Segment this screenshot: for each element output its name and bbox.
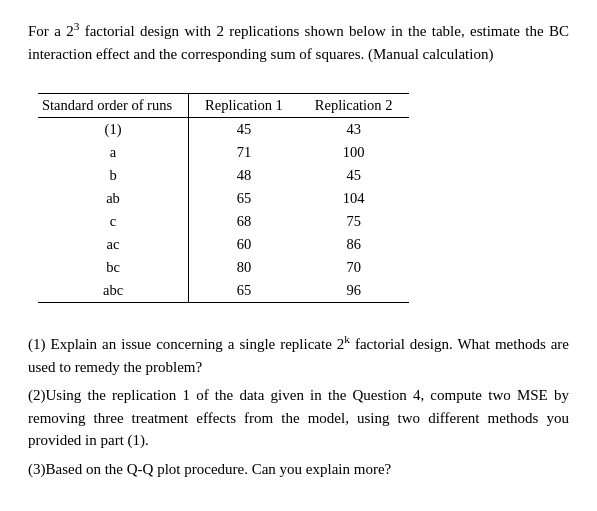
col-header-rep2: Replication 2 (299, 94, 409, 118)
rep2-value: 96 (299, 279, 409, 303)
questions-section: (1) Explain an issue concerning a single… (28, 331, 569, 480)
col-header-rep1: Replication 1 (189, 94, 299, 118)
rep2-value: 70 (299, 256, 409, 279)
q2-number: (2) (28, 387, 46, 403)
run-label: c (38, 210, 189, 233)
rep2-value: 43 (299, 118, 409, 142)
rep1-value: 48 (189, 164, 299, 187)
run-label: a (38, 141, 189, 164)
run-label: ab (38, 187, 189, 210)
run-label: bc (38, 256, 189, 279)
data-table: Standard order of runs Replication 1 Rep… (38, 93, 409, 303)
question-2: (2)Using the replication 1 of the data g… (28, 384, 569, 452)
intro-paragraph: For a 23 factorial design with 2 replica… (28, 18, 569, 65)
rep2-value: 86 (299, 233, 409, 256)
rep1-value: 45 (189, 118, 299, 142)
run-label: b (38, 164, 189, 187)
q3-number: (3) (28, 461, 46, 477)
rep2-value: 100 (299, 141, 409, 164)
rep2-value: 104 (299, 187, 409, 210)
rep1-value: 65 (189, 279, 299, 303)
q1-number: (1) (28, 336, 50, 352)
rep2-value: 75 (299, 210, 409, 233)
q2-text: Using the replication 1 of the data give… (28, 387, 569, 448)
intro-text: For a 23 factorial design with 2 replica… (28, 23, 569, 62)
table-section: Standard order of runs Replication 1 Rep… (28, 93, 569, 303)
question-1: (1) Explain an issue concerning a single… (28, 331, 569, 378)
run-label: (1) (38, 118, 189, 142)
run-label: abc (38, 279, 189, 303)
q3-text: Based on the Q-Q plot procedure. Can you… (46, 461, 392, 477)
q1-text: Explain an issue concerning a single rep… (28, 336, 569, 375)
rep1-value: 71 (189, 141, 299, 164)
question-3: (3)Based on the Q-Q plot procedure. Can … (28, 458, 569, 481)
col-header-runs: Standard order of runs (38, 94, 189, 118)
run-label: ac (38, 233, 189, 256)
rep2-value: 45 (299, 164, 409, 187)
rep1-value: 65 (189, 187, 299, 210)
rep1-value: 80 (189, 256, 299, 279)
rep1-value: 60 (189, 233, 299, 256)
rep1-value: 68 (189, 210, 299, 233)
